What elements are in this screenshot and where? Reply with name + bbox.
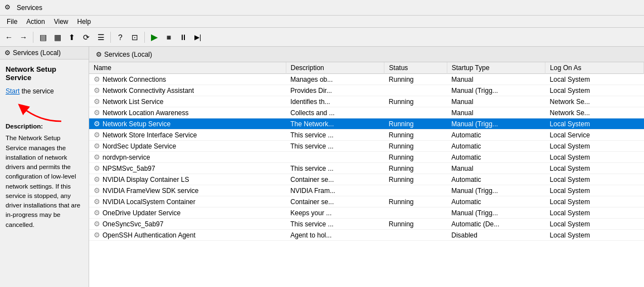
service-logon-cell: Local Service bbox=[545, 130, 644, 141]
start-suffix: the service bbox=[19, 87, 53, 95]
col-header-status[interactable]: Status bbox=[384, 62, 447, 74]
table-row[interactable]: ⚙Network List ServiceIdentifies th...Run… bbox=[89, 96, 644, 107]
service-desc-cell: Container se... bbox=[286, 174, 384, 185]
action-pane-button[interactable]: ⬆ bbox=[65, 31, 79, 44]
forward-button[interactable]: → bbox=[17, 31, 30, 44]
help-button[interactable]: ? bbox=[114, 31, 127, 44]
menu-action[interactable]: Action bbox=[22, 17, 49, 27]
export-button[interactable]: ⊡ bbox=[128, 31, 142, 44]
table-row[interactable]: ⚙OneSyncSvc_5ab97This service ...Running… bbox=[89, 219, 644, 230]
table-row[interactable]: ⚙OneDrive Updater ServiceKeeps your ...M… bbox=[89, 207, 644, 219]
service-startup-cell: Disabled bbox=[447, 230, 545, 241]
table-row[interactable]: ⚙Network Connectivity AssistantProvides … bbox=[89, 85, 644, 96]
refresh-button[interactable]: ⟳ bbox=[80, 31, 93, 44]
table-row[interactable]: ⚙Network Setup ServiceThe Network...Runn… bbox=[89, 118, 644, 130]
service-icon: ⚙ bbox=[94, 186, 100, 195]
start-link[interactable]: Start bbox=[6, 87, 19, 95]
back-button[interactable]: ← bbox=[2, 31, 16, 44]
service-desc-cell: This service ... bbox=[286, 163, 384, 174]
services-list: Name Description Status Startup Type Log… bbox=[89, 62, 644, 241]
arrow-container bbox=[6, 102, 83, 118]
service-startup-cell: Manual (Trigg... bbox=[447, 207, 545, 219]
service-status-cell bbox=[384, 85, 447, 96]
app-icon: ⚙ bbox=[4, 3, 13, 12]
left-panel: ⚙ Services (Local) Network Setup Service… bbox=[0, 47, 89, 287]
service-status-cell: Running bbox=[384, 96, 447, 107]
service-desc-cell: NVIDIA Fram... bbox=[286, 185, 384, 196]
start-service-button[interactable]: ▶ bbox=[148, 31, 161, 44]
service-name-cell: ⚙NVIDIA FrameView SDK service bbox=[89, 185, 286, 196]
service-desc-cell: Agent to hol... bbox=[286, 230, 384, 241]
table-row[interactable]: ⚙nordvpn-serviceRunningAutomaticLocal Sy… bbox=[89, 152, 644, 163]
col-header-description[interactable]: Description bbox=[286, 62, 384, 74]
service-desc-cell: Identifies th... bbox=[286, 96, 384, 107]
service-icon: ⚙ bbox=[94, 97, 100, 106]
table-row[interactable]: ⚙NPSMSvc_5ab97This service ...RunningMan… bbox=[89, 163, 644, 174]
table-row[interactable]: ⚙Network Store Interface ServiceThis ser… bbox=[89, 130, 644, 141]
service-logon-cell: Network Se... bbox=[545, 107, 644, 118]
table-row[interactable]: ⚙OpenSSH Authentication AgentAgent to ho… bbox=[89, 230, 644, 241]
service-logon-cell: Local System bbox=[545, 141, 644, 152]
description-text: The Network Setup Service manages the in… bbox=[6, 133, 83, 230]
service-status-cell: Running bbox=[384, 163, 447, 174]
service-icon: ⚙ bbox=[94, 131, 100, 139]
col-header-name[interactable]: Name bbox=[89, 62, 286, 74]
service-status-cell: Running bbox=[384, 174, 447, 185]
table-row[interactable]: ⚙NVIDIA LocalSystem ContainerContainer s… bbox=[89, 196, 644, 207]
service-status-cell bbox=[384, 230, 447, 241]
service-status-cell bbox=[384, 185, 447, 196]
right-panel: ⚙ Services (Local) Name Description Stat… bbox=[89, 47, 644, 287]
service-desc-cell: Container se... bbox=[286, 196, 384, 207]
service-status-cell: Running bbox=[384, 141, 447, 152]
description-section: Description: The Network Setup Service m… bbox=[6, 122, 83, 230]
properties-button[interactable]: ☰ bbox=[94, 31, 108, 44]
service-startup-cell: Automatic (De... bbox=[447, 219, 545, 230]
table-row[interactable]: ⚙Network ConnectionsManages ob...Running… bbox=[89, 74, 644, 85]
menu-view[interactable]: View bbox=[50, 17, 73, 27]
table-header: Name Description Status Startup Type Log… bbox=[89, 62, 644, 74]
scope-button[interactable]: ▦ bbox=[51, 31, 64, 44]
resume-service-button[interactable]: ▶| bbox=[191, 31, 204, 44]
col-header-logon[interactable]: Log On As bbox=[545, 62, 644, 74]
toolbar: ← → ▤ ▦ ⬆ ⟳ ☰ ? ⊡ ▶ ■ ⏸ ▶| bbox=[0, 28, 644, 47]
service-icon: ⚙ bbox=[94, 175, 100, 184]
service-logon-cell: Local System bbox=[545, 152, 644, 163]
service-status-cell bbox=[384, 107, 447, 118]
pause-service-button[interactable]: ⏸ bbox=[177, 31, 190, 44]
service-status-cell: Running bbox=[384, 152, 447, 163]
service-icon: ⚙ bbox=[94, 231, 100, 239]
service-logon-cell: Local System bbox=[545, 74, 644, 85]
service-icon: ⚙ bbox=[94, 220, 100, 228]
table-row[interactable]: ⚙NVIDIA FrameView SDK serviceNVIDIA Fram… bbox=[89, 185, 644, 196]
service-icon: ⚙ bbox=[94, 108, 100, 117]
menu-bar: File Action View Help bbox=[0, 16, 644, 28]
service-logon-cell: Local System bbox=[545, 85, 644, 96]
table-row[interactable]: ⚙Network Location AwarenessCollects and … bbox=[89, 107, 644, 118]
menu-help[interactable]: Help bbox=[73, 17, 96, 27]
service-icon: ⚙ bbox=[94, 153, 100, 161]
selected-service-title: Network Setup Service bbox=[6, 65, 83, 82]
service-name-cell: ⚙OpenSSH Authentication Agent bbox=[89, 230, 286, 241]
stop-service-button[interactable]: ■ bbox=[162, 31, 175, 44]
console-tree-button[interactable]: ▤ bbox=[36, 31, 50, 44]
service-icon: ⚙ bbox=[94, 75, 100, 83]
service-startup-cell: Manual (Trigg... bbox=[447, 85, 545, 96]
toolbar-separator-3 bbox=[144, 32, 145, 43]
service-logon-cell: Local System bbox=[545, 207, 644, 219]
toolbar-separator-2 bbox=[110, 32, 111, 43]
table-row[interactable]: ⚙NordSec Update ServiceThis service ...R… bbox=[89, 141, 644, 152]
left-panel-content: Network Setup Service Start the service … bbox=[0, 60, 89, 287]
service-name-cell: ⚙Network Connections bbox=[89, 74, 286, 85]
services-table[interactable]: Name Description Status Startup Type Log… bbox=[89, 62, 644, 287]
menu-file[interactable]: File bbox=[2, 17, 22, 27]
right-panel-header: ⚙ Services (Local) bbox=[89, 47, 644, 62]
table-row[interactable]: ⚙NVIDIA Display Container LSContainer se… bbox=[89, 174, 644, 185]
service-name-cell: ⚙OneDrive Updater Service bbox=[89, 207, 286, 219]
service-status-cell: Running bbox=[384, 196, 447, 207]
service-logon-cell: Local System bbox=[545, 163, 644, 174]
col-header-startup[interactable]: Startup Type bbox=[447, 62, 545, 74]
start-service-line: Start the service bbox=[6, 87, 83, 95]
toolbar-separator-1 bbox=[33, 32, 33, 43]
service-desc-cell: This service ... bbox=[286, 130, 384, 141]
service-desc-cell bbox=[286, 152, 384, 163]
